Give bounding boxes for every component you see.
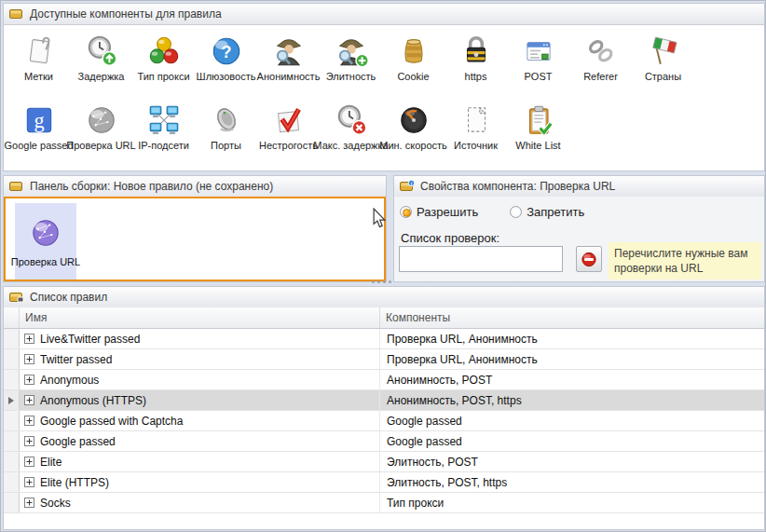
expand-plus-icon[interactable] [24,457,34,467]
current-row-arrow-icon [8,397,14,404]
component-item-subnet[interactable]: IP-подсети [132,102,195,171]
rules-table-header: Имя Компоненты [4,307,764,329]
expand-plus-icon[interactable] [24,416,34,426]
component-item-notes[interactable]: Метки [7,33,70,102]
component-item-spy-plus[interactable]: Элитность [320,33,382,102]
component-item-sphere-gray[interactable]: Проверка URL [70,102,132,171]
component-item-padlock[interactable]: https [445,33,507,102]
checks-list-input[interactable] [399,246,563,272]
radio-allow[interactable]: Разрешить [400,205,478,219]
expand-plus-icon[interactable] [24,498,34,508]
component-label: Источник [454,140,498,151]
table-row[interactable]: Anonymous (HTTPS)Анонимность, POST, http… [4,390,764,411]
rule-name-cell: Anonymous [20,370,380,389]
row-selector-cell [4,472,20,492]
table-row[interactable]: AnonymousАнонимность, POST [4,370,764,390]
column-header-name[interactable]: Имя [20,307,380,328]
component-label: Страны [645,71,681,82]
table-row[interactable]: Live&Twitter passedПроверка URL, Анонимн… [4,329,764,349]
row-selector-cell [4,390,20,410]
table-row[interactable]: Elite (HTTPS)Элитность, POST, https [4,472,764,493]
component-label: Тип прокси [137,71,189,82]
component-item-google[interactable]: gGoogle passed [7,102,70,171]
dashed-sheet-icon [458,102,495,139]
rule-name-cell: Elite (HTTPS) [20,472,380,492]
expand-plus-icon[interactable] [24,354,34,364]
radio-deny[interactable]: Запретить [510,205,584,219]
rule-name: Elite (HTTPS) [40,476,109,489]
component-item-form-post[interactable]: POST [507,33,569,102]
rules-rows: Live&Twitter passedПроверка URL, Анонимн… [4,329,764,513]
rule-name: Socks [40,497,71,510]
rule-components-cell: Анонимность, POST [380,370,764,389]
rule-components-cell: Тип прокси [380,493,764,512]
component-label: Мин. скорость [379,140,447,151]
expand-plus-icon[interactable] [24,334,34,344]
component-item-balls[interactable]: Тип прокси [132,33,195,102]
component-label: White List [515,140,560,151]
table-row[interactable]: Twitter passedПроверка URL, Анонимность [4,349,764,370]
sphere-gray-icon [83,102,120,139]
rule-name-cell: Google passed [20,431,380,451]
svg-text:g: g [34,109,44,132]
component-item-flag[interactable]: Страны [632,33,694,102]
assembly-item-label: Проверка URL [11,256,80,267]
component-item-gauge[interactable]: Мин. скорость [382,102,445,171]
vertical-splitter[interactable] [387,175,393,282]
rule-components-cell: Google passed [380,411,764,430]
expand-plus-icon[interactable] [24,395,34,405]
table-row[interactable]: EliteЭлитность, POST [4,452,764,472]
row-selector-cell [4,411,20,430]
table-row[interactable]: Google passedGoogle passed [4,431,764,452]
component-item-blue-question[interactable]: ?Шлюзовость [195,33,257,102]
component-label: Задержка [78,71,125,82]
rule-components-cell: Элитность, POST, https [380,472,764,492]
component-item-cookie-jar[interactable]: Cookie [382,33,445,102]
component-item-port[interactable]: Порты [195,102,257,171]
radio-allow-icon[interactable] [400,206,412,218]
component-item-spy[interactable]: Анонимность [257,33,320,102]
table-row[interactable]: Google passed with CaptchaGoogle passed [4,411,764,431]
rule-name: Google passed [40,435,116,448]
properties-panel-header: i Свойства компонента: Проверка URL [394,176,764,198]
properties-box-icon: i [400,180,415,193]
panel-available-components: Доступные компоненты для правила МеткиЗа… [3,3,765,171]
table-row[interactable]: SocksТип прокси [4,493,764,513]
component-item-chain[interactable]: Referer [569,33,632,102]
remove-check-button[interactable] [576,246,602,272]
google-icon: g [21,102,58,139]
padlock-icon [458,33,495,70]
rules-panel-header: Список правил [4,287,764,308]
radio-deny-label: Запретить [527,205,584,219]
expand-plus-icon[interactable] [24,436,34,446]
properties-form: Разрешить Запретить Список проверок: Пер… [394,197,764,281]
component-item-clock-x[interactable]: Макс. задержка [320,102,382,171]
rule-name: Anonymous (HTTPS) [40,394,146,407]
rule-name: Elite [40,456,62,469]
blue-question-icon: ? [208,33,245,70]
rule-name-cell: Elite [20,452,380,471]
component-item-dashed-sheet[interactable]: Источник [445,102,507,171]
horizontal-splitter-grip[interactable] [372,280,391,283]
component-label: Анонимность [257,71,321,82]
rule-components-cell: Проверка URL, Анонимность [380,349,764,369]
component-item-clipboard-check[interactable]: White List [507,102,569,171]
expand-plus-icon[interactable] [24,477,34,487]
component-label: Cookie [397,71,429,82]
assembly-panel-title: Панель сборки: Новое правило (не сохране… [30,180,273,193]
assembly-item-url-check[interactable]: Проверка URL [15,203,76,280]
rule-components-cell: Проверка URL, Анонимность [380,329,764,348]
spy-plus-icon [333,33,370,70]
radio-deny-icon[interactable] [510,206,522,218]
component-label: Метки [24,71,53,82]
column-header-components[interactable]: Компоненты [380,307,764,328]
component-item-red-check[interactable]: Нестрогость [257,102,320,171]
component-item-clock-up[interactable]: Задержка [70,33,132,102]
clock-up-icon [83,33,120,70]
component-label: POST [525,71,553,82]
component-label: IP-подсети [138,140,189,151]
rule-name: Twitter passed [40,353,112,366]
rule-name-cell: Socks [20,493,380,512]
assembly-drop-area[interactable]: Проверка URL [4,197,386,281]
expand-plus-icon[interactable] [24,375,34,385]
